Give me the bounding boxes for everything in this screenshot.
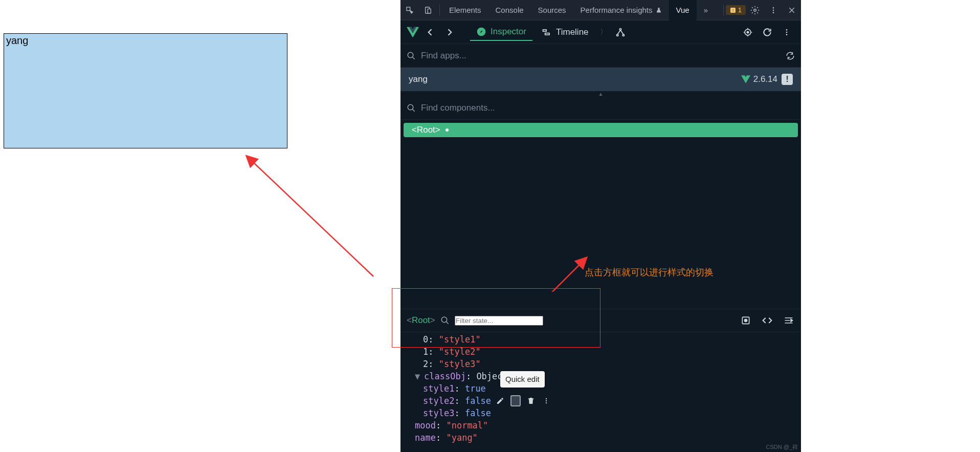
svg-point-18 bbox=[786, 31, 788, 33]
refresh-icon[interactable] bbox=[759, 24, 775, 40]
tab-label: Console bbox=[496, 6, 524, 14]
divider bbox=[723, 5, 724, 16]
find-components-row bbox=[400, 96, 801, 120]
find-components-input[interactable] bbox=[421, 103, 795, 113]
svg-point-17 bbox=[786, 29, 788, 31]
state-line[interactable]: 0: "style1" bbox=[415, 333, 787, 346]
delete-icon[interactable] bbox=[526, 396, 536, 406]
show-render-code-icon[interactable] bbox=[761, 314, 773, 327]
search-icon bbox=[407, 51, 416, 60]
collapse-handle[interactable]: ▲ bbox=[400, 91, 801, 96]
svg-text:!: ! bbox=[732, 8, 733, 12]
vue-toolbar: Inspector Timeline 〉 bbox=[400, 20, 801, 44]
svg-point-26 bbox=[546, 400, 547, 401]
svg-point-7 bbox=[773, 9, 774, 11]
device-toggle-icon[interactable] bbox=[419, 0, 437, 20]
state-line[interactable]: mood: "normal" bbox=[415, 419, 787, 432]
filter-state-input[interactable] bbox=[455, 316, 543, 326]
timeline-icon bbox=[542, 27, 552, 37]
state-line-hovered[interactable]: style2: false bbox=[415, 395, 787, 407]
find-apps-input[interactable] bbox=[421, 51, 781, 61]
state-line-object[interactable]: ▼classObj: Object bbox=[415, 370, 787, 382]
svg-point-12 bbox=[619, 28, 621, 30]
tab-label: Timeline bbox=[556, 27, 589, 37]
preview-box: yang bbox=[4, 33, 287, 148]
state-line[interactable]: 1: "style2" bbox=[415, 346, 787, 358]
settings-icon[interactable] bbox=[746, 0, 764, 20]
component-tree: <Root> bbox=[400, 120, 801, 140]
tab-inspector[interactable]: Inspector bbox=[470, 24, 532, 41]
scroll-to-component-icon[interactable] bbox=[740, 314, 752, 327]
devtools-panel: Elements Console Sources Performance ins… bbox=[400, 0, 801, 452]
inspect-dom-icon[interactable] bbox=[783, 314, 795, 327]
select-element-icon[interactable] bbox=[400, 0, 419, 20]
state-line[interactable]: style3: false bbox=[415, 407, 787, 419]
tab-elements[interactable]: Elements bbox=[442, 0, 488, 20]
svg-rect-11 bbox=[545, 33, 549, 34]
warning-icon: ! bbox=[730, 7, 736, 13]
tooltip-text: Quick edit bbox=[505, 375, 540, 383]
tab-label: Performance insights bbox=[581, 6, 653, 14]
state-line[interactable]: 2: "style3" bbox=[415, 358, 787, 370]
components-tree-icon[interactable] bbox=[612, 24, 629, 40]
svg-point-20 bbox=[408, 52, 413, 58]
devtools-topbar: Elements Console Sources Performance ins… bbox=[400, 0, 801, 20]
search-icon bbox=[440, 316, 450, 325]
tab-label: Elements bbox=[449, 6, 481, 14]
edit-icon[interactable] bbox=[495, 396, 505, 406]
vue-logo-icon bbox=[407, 26, 419, 38]
vue-logo-icon bbox=[741, 75, 750, 83]
svg-rect-2 bbox=[428, 9, 431, 13]
tab-label: Inspector bbox=[491, 27, 526, 37]
tab-vue[interactable]: Vue bbox=[669, 0, 697, 20]
state-line[interactable]: name: "yang" bbox=[415, 432, 787, 444]
state-body: 0: "style1" 1: "style2" 2: "style3" ▼cla… bbox=[400, 332, 801, 452]
state-line[interactable]: style1: true bbox=[415, 382, 787, 395]
quick-edit-checkbox[interactable] bbox=[510, 396, 521, 406]
tab-performance-insights[interactable]: Performance insights bbox=[573, 0, 669, 20]
close-icon[interactable] bbox=[783, 0, 801, 20]
svg-point-14 bbox=[622, 34, 624, 36]
back-button[interactable] bbox=[422, 24, 438, 40]
tab-timeline[interactable]: Timeline bbox=[536, 24, 595, 40]
svg-point-27 bbox=[546, 402, 547, 403]
tree-node-root[interactable]: <Root> bbox=[404, 123, 798, 137]
tab-label: Sources bbox=[538, 6, 566, 14]
forward-button[interactable] bbox=[441, 24, 458, 40]
warnings-badge[interactable]: ! 1 bbox=[726, 5, 746, 15]
svg-point-6 bbox=[773, 7, 774, 9]
version-text: 2.6.14 bbox=[753, 74, 777, 84]
divider bbox=[439, 5, 440, 16]
svg-point-8 bbox=[773, 12, 774, 13]
breadcrumb: <Root> bbox=[407, 315, 435, 326]
tab-label: Vue bbox=[676, 6, 689, 14]
find-apps-row bbox=[400, 44, 801, 68]
caret-down-icon[interactable]: ▼ bbox=[415, 370, 421, 382]
chevron-right-icon: 〉 bbox=[598, 28, 609, 37]
error-badge-icon[interactable]: ! bbox=[782, 74, 793, 85]
preview-text: yang bbox=[6, 35, 28, 46]
tab-overflow[interactable]: » bbox=[697, 0, 715, 20]
more-icon[interactable] bbox=[778, 24, 795, 40]
svg-point-13 bbox=[616, 34, 618, 36]
app-version: 2.6.14 bbox=[741, 74, 777, 84]
app-row[interactable]: yang 2.6.14 ! bbox=[400, 68, 801, 91]
more-icon[interactable] bbox=[764, 0, 783, 20]
watermark: CSDN @_祥 bbox=[766, 443, 798, 451]
locate-icon[interactable] bbox=[740, 24, 756, 40]
annotation-text: 点击方框就可以进行样式的切换 bbox=[585, 266, 714, 278]
state-header: <Root> bbox=[400, 309, 801, 332]
compass-icon bbox=[476, 27, 486, 37]
tab-console[interactable]: Console bbox=[488, 0, 531, 20]
tab-sources[interactable]: Sources bbox=[531, 0, 573, 20]
tooltip-quick-edit: Quick edit bbox=[500, 371, 545, 388]
svg-point-16 bbox=[747, 31, 748, 33]
svg-rect-10 bbox=[543, 30, 546, 31]
tree-node-label: <Root> bbox=[412, 125, 440, 135]
svg-point-22 bbox=[441, 317, 447, 322]
browser-viewport: yang bbox=[0, 0, 400, 452]
svg-point-25 bbox=[546, 398, 547, 399]
app-name: yang bbox=[409, 74, 428, 84]
more-icon[interactable] bbox=[541, 396, 551, 406]
refresh-apps-icon[interactable] bbox=[786, 51, 795, 60]
